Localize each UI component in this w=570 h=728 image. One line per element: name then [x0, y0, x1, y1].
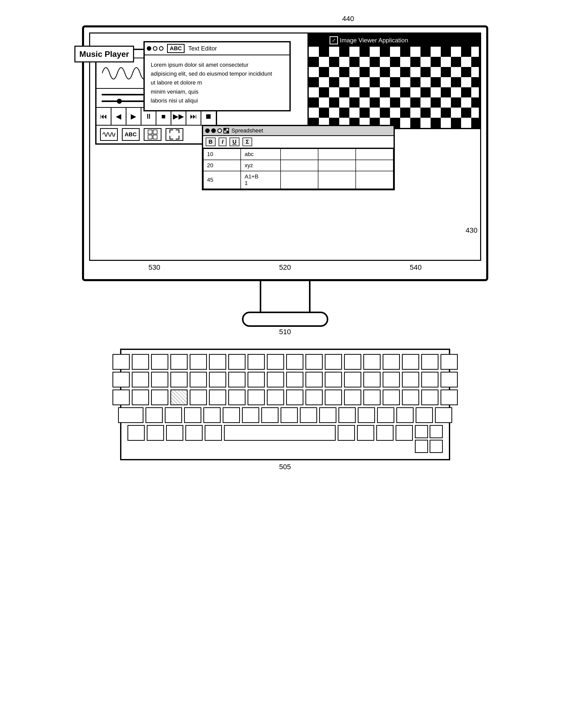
kb-key[interactable]: [190, 372, 207, 388]
kb-key-sm-2[interactable]: [430, 425, 443, 438]
kb-key[interactable]: [170, 354, 188, 370]
kb-key[interactable]: [209, 390, 226, 405]
kb-key[interactable]: [363, 372, 380, 388]
italic-button[interactable]: I: [219, 137, 226, 146]
kb-key[interactable]: [396, 407, 413, 423]
kb-key[interactable]: [338, 407, 356, 423]
kb-key[interactable]: [441, 354, 458, 370]
kb-key[interactable]: [267, 390, 284, 405]
kb-key[interactable]: [242, 407, 259, 423]
kb-key[interactable]: [402, 354, 419, 370]
cell-r1-c3[interactable]: [281, 149, 318, 160]
kb-key[interactable]: [344, 354, 361, 370]
kb-key[interactable]: [165, 407, 182, 423]
tl-max[interactable]: [323, 38, 327, 43]
kb-key[interactable]: [376, 425, 393, 441]
app-text-editor[interactable]: ABC Text Editor Lorem ipsum dolor sit am…: [144, 41, 291, 111]
ss-tl-3[interactable]: [217, 128, 222, 133]
kb-key[interactable]: [358, 407, 375, 423]
te-tl-min[interactable]: [153, 46, 158, 51]
bold-button[interactable]: B: [206, 137, 216, 146]
cell-r1-c2[interactable]: abc: [241, 149, 280, 160]
cell-r3-c1[interactable]: 45: [203, 171, 241, 189]
kb-key[interactable]: [190, 390, 207, 405]
kb-key[interactable]: [190, 354, 207, 370]
kb-key[interactable]: [441, 372, 458, 388]
cell-r2-c5[interactable]: [356, 160, 393, 171]
kb-key[interactable]: [286, 354, 303, 370]
kb-key[interactable]: [363, 354, 380, 370]
app-spreadsheet[interactable]: Spreadsheet B I U Σ 10 abc: [202, 125, 395, 190]
kb-key[interactable]: [377, 407, 394, 423]
cell-r2-c3[interactable]: [281, 160, 318, 171]
kb-key[interactable]: [151, 354, 168, 370]
kb-key[interactable]: [205, 425, 222, 441]
taskbar-grid-icon[interactable]: [144, 128, 162, 141]
kb-key[interactable]: [248, 372, 265, 388]
kb-key[interactable]: [146, 407, 163, 423]
kb-key[interactable]: [127, 425, 145, 441]
kb-key[interactable]: [421, 390, 439, 405]
kb-key[interactable]: [441, 390, 458, 405]
kb-key[interactable]: [338, 425, 355, 441]
kb-key[interactable]: [344, 390, 361, 405]
tl-min[interactable]: [317, 38, 321, 43]
underline-button[interactable]: U: [230, 137, 240, 146]
kb-key[interactable]: [357, 425, 374, 441]
kb-key-sm-3[interactable]: [415, 440, 428, 453]
slider-thumb-2[interactable]: [117, 99, 122, 104]
taskbar-wave-icon[interactable]: [100, 128, 118, 141]
kb-key[interactable]: [112, 372, 130, 388]
kb-key[interactable]: [421, 354, 439, 370]
ss-tl-2[interactable]: [211, 128, 216, 133]
taskbar-expand-icon[interactable]: [166, 128, 183, 141]
kb-key[interactable]: [325, 354, 342, 370]
kb-key[interactable]: [305, 372, 323, 388]
kb-key[interactable]: [267, 354, 284, 370]
kb-key[interactable]: [209, 354, 226, 370]
kb-key[interactable]: [223, 407, 240, 423]
kb-key[interactable]: [402, 372, 419, 388]
kb-key[interactable]: [344, 372, 361, 388]
ss-tl-1[interactable]: [205, 128, 210, 133]
kb-key-wide[interactable]: [118, 407, 144, 423]
cell-r3-c5[interactable]: [356, 171, 393, 189]
cell-r2-c2[interactable]: xyz: [241, 160, 280, 171]
kb-key[interactable]: [166, 425, 183, 441]
kb-key[interactable]: [248, 354, 265, 370]
kb-key[interactable]: [261, 407, 279, 423]
sigma-button[interactable]: Σ: [243, 137, 252, 146]
kb-key[interactable]: [151, 390, 168, 405]
kb-key-special-hatched[interactable]: [170, 390, 188, 405]
kb-key[interactable]: [228, 372, 246, 388]
te-tl-close[interactable]: [147, 46, 151, 51]
kb-key[interactable]: [112, 390, 130, 405]
kb-key[interactable]: [147, 425, 164, 441]
kb-key[interactable]: [248, 390, 265, 405]
app-image-viewer[interactable]: ⤢ Image Viewer Application: [307, 33, 480, 129]
cell-r1-c1[interactable]: 10: [203, 149, 241, 160]
kb-key[interactable]: [286, 372, 303, 388]
kb-key[interactable]: [402, 390, 419, 405]
kb-key[interactable]: [132, 390, 149, 405]
kb-key[interactable]: [325, 390, 342, 405]
kb-key[interactable]: [112, 354, 130, 370]
kb-key-sm-4[interactable]: [430, 440, 443, 453]
cell-r2-c4[interactable]: [318, 160, 356, 171]
tl-close[interactable]: [311, 38, 315, 43]
kb-key[interactable]: [281, 407, 298, 423]
kb-key[interactable]: [132, 372, 149, 388]
kb-key[interactable]: [383, 354, 400, 370]
ctrl-rewind[interactable]: ◀: [111, 108, 126, 125]
kb-key[interactable]: [363, 390, 380, 405]
kb-key[interactable]: [325, 372, 342, 388]
ctrl-skip-back[interactable]: ⏮: [96, 108, 111, 125]
kb-key[interactable]: [319, 407, 336, 423]
kb-key[interactable]: [305, 390, 323, 405]
cell-r1-c4[interactable]: [318, 149, 356, 160]
kb-key[interactable]: [395, 425, 413, 441]
kb-key[interactable]: [267, 372, 284, 388]
text-editor-content[interactable]: Lorem ipsum dolor sit amet consectetur a…: [145, 55, 289, 110]
kb-key[interactable]: [170, 372, 188, 388]
kb-key[interactable]: [203, 407, 221, 423]
